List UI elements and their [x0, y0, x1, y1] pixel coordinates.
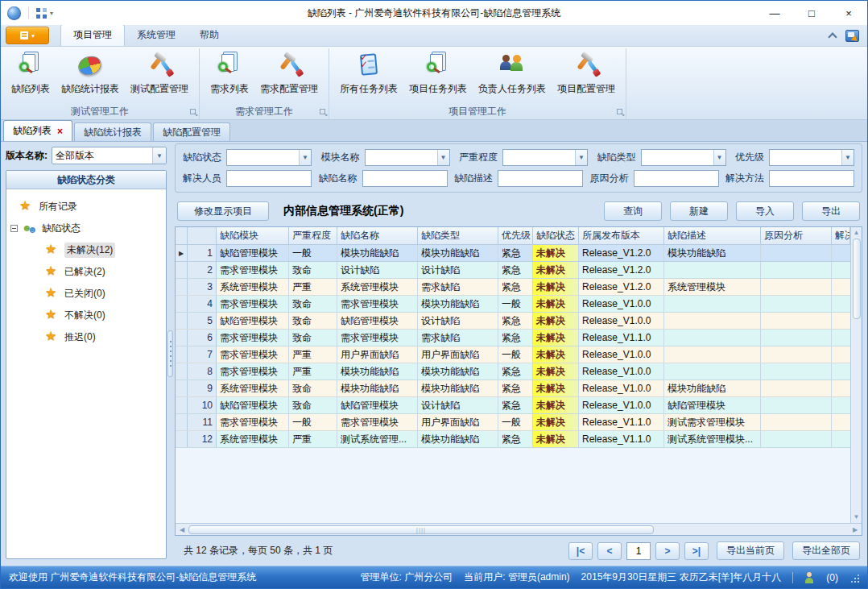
table-row[interactable]: 3 系统管理模块 严重 系统管理模块 需求缺陷 紧急 未解决 Release_V… — [176, 279, 850, 296]
tree-expander-icon[interactable] — [10, 225, 18, 232]
dialog-launcher-icon[interactable] — [189, 108, 197, 116]
row-selector[interactable] — [176, 414, 188, 430]
close-button[interactable]: × — [830, 1, 867, 25]
scroll-down-icon[interactable]: ▼ — [854, 512, 860, 522]
table-row[interactable]: 9 系统管理模块 致命 模块功能缺陷 模块功能缺陷 紧急 未解决 Release… — [176, 380, 850, 397]
filter-text-input[interactable] — [634, 170, 719, 187]
filter-text-input[interactable] — [769, 170, 854, 187]
dialog-launcher-icon[interactable] — [616, 108, 624, 116]
document-tab[interactable]: 缺陷配置管理 — [153, 122, 230, 141]
export-current-page-button[interactable]: 导出当前页 — [717, 541, 784, 560]
filter-combo-input[interactable]: ▼ — [769, 149, 854, 166]
row-selector[interactable] — [176, 279, 188, 295]
export-button[interactable]: 导出 — [802, 201, 860, 221]
tree-item[interactable]: 缺陷状态 — [8, 218, 164, 239]
col-description-header[interactable]: 缺陷描述 — [664, 227, 761, 244]
minimize-button[interactable]: — — [756, 1, 793, 25]
row-selector[interactable] — [176, 346, 188, 363]
table-row[interactable]: ▶ 1 缺陷管理模块 一般 模块功能缺陷 模块功能缺陷 紧急 未解决 Relea… — [176, 245, 850, 262]
row-selector[interactable] — [176, 262, 188, 278]
export-all-pages-button[interactable]: 导出全部页 — [792, 541, 860, 560]
table-row[interactable]: 5 缺陷管理模块 致命 缺陷管理模块 设计缺陷 紧急 未解决 Release_V… — [176, 313, 850, 330]
filter-combo-input[interactable]: ▼ — [226, 149, 312, 166]
row-selector[interactable] — [176, 296, 188, 312]
ribbon-button[interactable]: 缺陷统计报表 — [56, 51, 125, 97]
chevron-down-icon[interactable]: ▼ — [437, 150, 449, 165]
table-row[interactable]: 2 需求管理模块 致命 设计缺陷 设计缺陷 紧急 未解决 Release_V1.… — [176, 262, 850, 279]
online-users-icon[interactable] — [804, 572, 815, 583]
tree-item[interactable]: 推迟(0) — [8, 326, 164, 348]
chevron-down-icon[interactable]: ▼ — [841, 150, 854, 165]
ribbon-tab-project[interactable]: 项目管理 — [60, 24, 125, 46]
chevron-down-icon[interactable]: ▼ — [713, 150, 725, 165]
tree-item[interactable]: 未解决(12) — [8, 239, 164, 261]
splitter-handle[interactable] — [167, 330, 173, 377]
sidebar-splitter[interactable] — [167, 142, 173, 566]
query-button[interactable]: 查询 — [604, 201, 662, 221]
version-combo[interactable]: 全部版本 ▼ — [52, 147, 167, 164]
modify-display-items-button[interactable]: 修改显示项目 — [177, 201, 269, 221]
tree-item[interactable]: 已关闭(0) — [8, 283, 164, 305]
vertical-scrollbar[interactable]: ▲ ▼ — [850, 227, 862, 523]
document-tab[interactable]: 缺陷统计报表 — [74, 122, 151, 141]
first-page-button[interactable]: |< — [568, 542, 593, 560]
table-row[interactable]: 12 系统管理模块 严重 测试系统管理... 模块功能缺陷 紧急 未解决 Rel… — [176, 431, 850, 448]
ribbon-button[interactable]: 需求配置管理 — [254, 51, 324, 97]
table-row[interactable]: 11 需求管理模块 一般 需求管理模块 用户界面缺陷 一般 未解决 Releas… — [176, 414, 850, 431]
last-page-button[interactable]: >| — [684, 542, 709, 560]
collapse-ribbon-icon[interactable] — [828, 32, 837, 41]
col-priority-header[interactable]: 优先级 — [498, 227, 533, 244]
filter-combo-input[interactable]: ▼ — [641, 149, 726, 166]
quick-access-caret-icon[interactable]: ▾ — [50, 10, 53, 17]
chevron-down-icon[interactable]: ▼ — [152, 147, 166, 164]
chevron-down-icon[interactable]: ▼ — [299, 150, 311, 165]
col-severity-header[interactable]: 严重程度 — [289, 227, 337, 244]
tree-item[interactable]: 不解决(0) — [8, 305, 164, 326]
ribbon-button[interactable]: 需求列表 — [205, 51, 254, 97]
col-module-header[interactable]: 缺陷模块 — [217, 227, 289, 244]
ribbon-button[interactable]: 测试配置管理 — [125, 51, 194, 97]
ribbon-tab-system[interactable]: 系统管理 — [125, 25, 188, 46]
tree-item[interactable]: 所有记录 — [8, 196, 164, 218]
row-selector[interactable] — [176, 330, 188, 346]
table-row[interactable]: 10 缺陷管理模块 致命 缺陷管理模块 设计缺陷 紧急 未解决 Release_… — [176, 397, 850, 414]
next-page-button[interactable]: > — [655, 542, 680, 560]
row-selector[interactable] — [176, 380, 188, 396]
col-name-header[interactable]: 缺陷名称 — [337, 227, 418, 244]
maximize-button[interactable]: □ — [793, 1, 830, 25]
table-row[interactable]: 6 需求管理模块 致命 需求管理模块 需求缺陷 紧急 未解决 Release_V… — [176, 330, 850, 346]
ribbon-button[interactable]: 负责人任务列表 — [473, 51, 552, 97]
vertical-scroll-thumb[interactable] — [853, 239, 861, 319]
row-selector[interactable]: ▶ — [176, 245, 188, 261]
ribbon-button[interactable]: 所有任务列表 — [334, 51, 403, 97]
col-version-header[interactable]: 所属发布版本 — [579, 227, 664, 244]
table-row[interactable]: 4 需求管理模块 致命 需求管理模块 模块功能缺陷 一般 未解决 Release… — [176, 296, 850, 313]
col-type-header[interactable]: 缺陷类型 — [418, 227, 498, 244]
prev-page-button[interactable]: < — [597, 542, 622, 560]
table-row[interactable]: 8 需求管理模块 严重 模块功能缺陷 模块功能缺陷 紧急 未解决 Release… — [176, 363, 850, 380]
row-selector[interactable] — [176, 397, 188, 413]
row-selector[interactable] — [176, 363, 188, 380]
col-cause-header[interactable]: 原因分析 — [761, 227, 832, 244]
col-status-header[interactable]: 缺陷状态 — [533, 227, 579, 244]
app-menu-button[interactable]: ▾ — [6, 27, 49, 44]
page-number-input[interactable] — [626, 542, 651, 560]
table-row[interactable]: 7 需求管理模块 严重 用户界面缺陷 用户界面缺陷 一般 未解决 Release… — [176, 346, 850, 363]
filter-combo-input[interactable]: ▼ — [365, 149, 450, 166]
new-button[interactable]: 新建 — [670, 201, 728, 221]
quick-access-grid-icon[interactable] — [36, 8, 47, 19]
import-button[interactable]: 导入 — [736, 201, 794, 221]
scroll-left-icon[interactable]: ◀ — [176, 526, 188, 533]
scroll-up-icon[interactable]: ▲ — [854, 228, 860, 238]
horizontal-scroll-thumb[interactable] — [188, 525, 654, 534]
filter-text-input[interactable] — [226, 170, 312, 187]
close-tab-icon[interactable]: × — [57, 126, 63, 137]
filter-text-input[interactable] — [498, 170, 583, 187]
ribbon-button[interactable]: 项目配置管理 — [552, 51, 621, 97]
dialog-launcher-icon[interactable] — [319, 108, 327, 116]
row-selector[interactable] — [176, 431, 188, 447]
horizontal-scrollbar[interactable]: ◀ ▶ — [176, 523, 862, 535]
tree-item[interactable]: 已解决(2) — [8, 261, 164, 283]
filter-text-input[interactable] — [362, 170, 448, 187]
resize-grip-icon[interactable] — [849, 573, 859, 583]
